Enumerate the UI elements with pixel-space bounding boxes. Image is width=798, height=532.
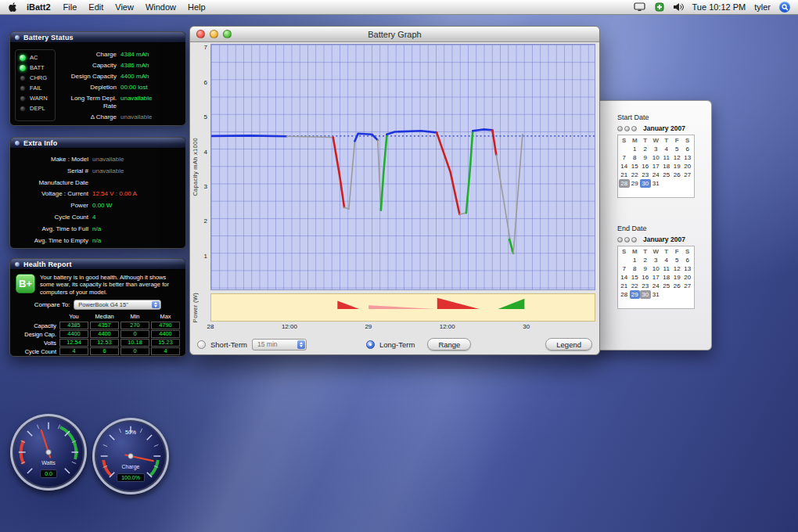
calendar-nav-button[interactable]: [617, 126, 623, 131]
battery-status-titlebar[interactable]: Battery Status: [10, 32, 185, 43]
interval-dropdown[interactable]: 15 min: [252, 339, 307, 350]
calendar-day[interactable]: 28: [619, 179, 630, 188]
calendar-nav-button[interactable]: [631, 126, 637, 131]
calendar-day[interactable]: 26: [672, 282, 683, 290]
calendar-day[interactable]: 30: [640, 290, 651, 299]
calendar-day[interactable]: 24: [651, 282, 662, 290]
calendar-day[interactable]: 1: [630, 256, 641, 264]
calendar-day[interactable]: 22: [630, 282, 641, 290]
menu-view[interactable]: View: [115, 2, 134, 12]
long-term-radio[interactable]: [366, 340, 375, 349]
calendar-day[interactable]: 13: [682, 264, 693, 273]
calendar-day[interactable]: 8: [630, 153, 641, 162]
calendar-day[interactable]: 30: [640, 179, 651, 188]
calendar-day[interactable]: 24: [651, 171, 662, 179]
zoom-button[interactable]: [223, 30, 232, 38]
menu-window[interactable]: Window: [146, 2, 176, 12]
calendar-day[interactable]: 20: [682, 273, 693, 282]
watts-gauge-label: Watts: [10, 460, 87, 466]
calendar-day[interactable]: 4: [661, 145, 672, 153]
calendar-day[interactable]: 2: [640, 256, 651, 264]
watts-gauge-widget: Watts 0.0: [10, 414, 87, 491]
calendar-day[interactable]: 11: [661, 153, 672, 162]
calendar-day[interactable]: 31: [651, 179, 662, 188]
calendar-day[interactable]: 7: [619, 264, 630, 273]
plugin-icon[interactable]: [655, 2, 664, 12]
calendar-day[interactable]: 12: [672, 264, 683, 273]
calendar-day[interactable]: 19: [672, 273, 683, 282]
calendar-day[interactable]: 26: [672, 171, 683, 179]
window-titlebar[interactable]: Battery Graph: [190, 27, 599, 42]
calendar-day[interactable]: 18: [661, 273, 672, 282]
calendar-day[interactable]: 9: [640, 264, 651, 273]
calendar-day[interactable]: 23: [640, 282, 651, 290]
calendar-day[interactable]: 22: [630, 171, 641, 179]
calendar-day[interactable]: 14: [619, 162, 630, 171]
menu-bar-user[interactable]: tyler: [754, 2, 771, 12]
calendar-day[interactable]: 10: [651, 264, 662, 273]
calendar-nav-button[interactable]: [624, 126, 630, 131]
calendar-day[interactable]: 9: [640, 153, 651, 162]
calendar-day[interactable]: 5: [672, 256, 683, 264]
calendar-day[interactable]: 16: [640, 273, 651, 282]
calendar-day[interactable]: 15: [630, 273, 641, 282]
calendar-day[interactable]: 31: [651, 290, 662, 299]
calendar-day[interactable]: 8: [630, 264, 641, 273]
extra-info-title: Extra Info: [23, 139, 58, 147]
calendar-day[interactable]: 29: [630, 290, 641, 299]
calendar-day[interactable]: 17: [651, 273, 662, 282]
calendar-day[interactable]: 16: [640, 162, 651, 171]
calendar-day[interactable]: 17: [651, 162, 662, 171]
calendar-day[interactable]: 2: [640, 145, 651, 153]
calendar-day[interactable]: 15: [630, 162, 641, 171]
calendar-day[interactable]: 11: [661, 264, 672, 273]
calendar-day[interactable]: 20: [682, 162, 693, 171]
calendar-day[interactable]: 3: [651, 145, 662, 153]
calendar-nav-button[interactable]: [631, 237, 637, 243]
apple-menu-icon[interactable]: [8, 2, 17, 13]
minimize-button[interactable]: [210, 30, 218, 38]
menu-bar-status-items: Tue 10:12 PM tyler: [634, 2, 790, 13]
charge-gauge-mid-label: 50%: [92, 430, 169, 435]
calendar-day[interactable]: 21: [619, 171, 630, 179]
calendar-day[interactable]: 6: [682, 256, 693, 264]
calendar-day[interactable]: 21: [619, 282, 630, 290]
calendar-day[interactable]: 19: [672, 162, 683, 171]
calendar-day[interactable]: 10: [651, 153, 662, 162]
menu-help[interactable]: Help: [188, 2, 206, 12]
calendar-day[interactable]: 13: [682, 153, 693, 162]
calendar-day[interactable]: 25: [661, 282, 672, 290]
calendar-day[interactable]: 27: [682, 282, 693, 290]
calendar-day[interactable]: 18: [661, 162, 672, 171]
calendar-nav-button[interactable]: [624, 237, 630, 243]
close-button[interactable]: [196, 30, 205, 38]
calendar-day[interactable]: 29: [630, 179, 641, 188]
menu-file[interactable]: File: [63, 2, 77, 12]
calendar-day[interactable]: 27: [682, 171, 693, 179]
displays-icon[interactable]: [634, 2, 646, 12]
calendar-day[interactable]: 6: [682, 145, 693, 153]
volume-icon[interactable]: [673, 2, 684, 12]
menu-edit[interactable]: Edit: [88, 2, 103, 12]
health-report-titlebar[interactable]: Health Report: [10, 259, 185, 270]
calendar-day[interactable]: 7: [619, 153, 630, 162]
menu-bar-clock[interactable]: Tue 10:12 PM: [692, 2, 746, 12]
legend-button[interactable]: Legend: [545, 338, 592, 350]
calendar-day[interactable]: 28: [619, 290, 630, 299]
short-term-radio[interactable]: [197, 340, 206, 349]
info-value: 4384 mAh: [120, 51, 149, 59]
calendar-day[interactable]: 3: [651, 256, 662, 264]
spotlight-icon[interactable]: [779, 2, 790, 13]
calendar-day[interactable]: 4: [661, 256, 672, 264]
calendar-day[interactable]: 12: [672, 153, 683, 162]
calendar-day[interactable]: 23: [640, 171, 651, 179]
calendar-nav-button[interactable]: [617, 237, 623, 243]
range-button[interactable]: Range: [427, 338, 471, 350]
calendar-day[interactable]: 14: [619, 273, 630, 282]
app-menu[interactable]: iBatt2: [27, 2, 51, 12]
calendar-day[interactable]: 5: [672, 145, 683, 153]
calendar-day[interactable]: 1: [630, 145, 641, 153]
extra-info-titlebar[interactable]: Extra Info: [10, 138, 185, 149]
compare-model-dropdown[interactable]: PowerBook G4 15": [74, 300, 161, 310]
calendar-day[interactable]: 25: [661, 171, 672, 179]
